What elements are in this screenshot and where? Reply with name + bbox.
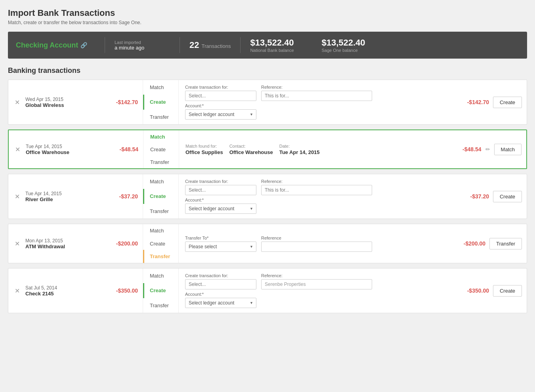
match-content-tx2: Match found for: Office Supplies Contact… — [185, 144, 451, 155]
account-select-tx3[interactable]: Select ledger account — [185, 204, 256, 214]
action-button-tx3[interactable]: Create — [493, 191, 522, 202]
account-field-tx1: Account:* Select ledger account — [185, 103, 256, 120]
action-button-tx4[interactable]: Transfer — [489, 238, 522, 249]
create-transaction-input-tx5[interactable] — [185, 279, 256, 289]
create-transaction-field-tx5: Create transaction for: — [185, 273, 256, 289]
transfer-reference-label-tx4: Reference — [261, 236, 372, 240]
transaction-card-tx4: ✕ Mon Apr 13, 2015 ATM Withdrawal -$200.… — [8, 224, 527, 263]
contact-field-tx2: Contact: Office Warehouse — [229, 144, 273, 155]
tab-match-tx1[interactable]: Match — [143, 80, 178, 95]
contact-value-tx2: Office Warehouse — [229, 149, 273, 155]
reference-field-tx3: Reference: — [261, 179, 372, 195]
tab-match-tx3[interactable]: Match — [143, 174, 178, 189]
match-found-field-tx2: Match found for: Office Supplies — [185, 144, 223, 155]
create-transaction-field-tx1: Create transaction for: — [185, 85, 256, 101]
tx-left-tx1: ✕ Wed Apr 15, 2015 Global Wireless -$142… — [8, 80, 143, 124]
close-icon-tx1[interactable]: ✕ — [13, 97, 21, 108]
tx-tabs-tx3: Match Create Transfer — [143, 174, 179, 219]
tab-create-tx1[interactable]: Create — [143, 95, 178, 109]
tx-content-tx4: Transfer To* Please select Reference — [179, 224, 459, 263]
tx-left-tx3: ✕ Tue Apr 14, 2015 River Grille -$37.20 — [8, 174, 143, 219]
tab-transfer-tx3[interactable]: Transfer — [143, 204, 178, 219]
reference-input-tx5[interactable] — [261, 279, 372, 289]
edit-icon-tx2[interactable]: ✏ — [485, 146, 490, 152]
create-transaction-label-tx3: Create transaction for: — [185, 179, 256, 184]
create-row2-tx5: Account:* Select ledger account — [185, 292, 456, 308]
last-imported-value: a minute ago — [115, 45, 170, 51]
create-transaction-field-tx3: Create transaction for: — [185, 179, 256, 195]
create-row2-tx3: Account:* Select ledger account — [185, 198, 457, 214]
tx-date-tx5: Sat Jul 5, 2014 — [25, 285, 106, 291]
close-icon-tx3[interactable]: ✕ — [13, 191, 21, 202]
account-name[interactable]: Checking Account 🔗 — [16, 41, 95, 49]
tx-date-tx1: Wed Apr 15, 2015 — [25, 97, 106, 102]
tx-left-tx2: ✕ Tue Apr 14, 2015 Office Warehouse -$48… — [9, 130, 143, 168]
tab-match-tx5[interactable]: Match — [143, 268, 178, 283]
account-field-tx3: Account:* Select ledger account — [185, 198, 256, 214]
create-row1-tx3: Create transaction for: Reference: — [185, 179, 457, 195]
tx-info-tx3: Tue Apr 14, 2015 River Grille — [25, 191, 106, 202]
account-label-tx5: Account:* — [185, 292, 256, 297]
tx-right-tx2: -$48.54 ✏ Match — [458, 130, 526, 168]
header-divider-3 — [240, 37, 241, 53]
reference-input-tx3[interactable] — [261, 185, 372, 195]
transactions-count-stat: 22 Transactions — [189, 40, 231, 50]
sage-balance-stat: $13,522.40 Sage One balance — [321, 38, 377, 53]
create-transaction-label-tx5: Create transaction for: — [185, 273, 256, 278]
national-balance-value: $13,522.40 — [250, 38, 306, 48]
action-button-tx1[interactable]: Create — [493, 97, 522, 108]
match-date-field-tx2: Date: Tue Apr 14, 2015 — [279, 144, 320, 155]
transfer-reference-input-tx4[interactable] — [261, 242, 372, 252]
tx-tabs-tx5: Match Create Transfer — [143, 268, 179, 313]
account-select-tx1[interactable]: Select ledger account — [185, 109, 256, 120]
close-icon-tx2[interactable]: ✕ — [13, 144, 22, 155]
tab-transfer-tx2[interactable]: Transfer — [143, 156, 179, 168]
create-transaction-input-tx3[interactable] — [185, 185, 256, 195]
tx-right-amount-tx4: -$200.00 — [464, 240, 485, 247]
tx-tabs-tx1: Match Create Transfer — [143, 80, 179, 124]
tx-right-tx3: -$37.20 Create — [463, 174, 527, 219]
transfer-to-label-tx4: Transfer To* — [185, 236, 256, 240]
tx-date-tx4: Mon Apr 13, 2015 — [25, 238, 106, 244]
action-button-tx5[interactable]: Create — [493, 285, 522, 297]
tab-transfer-tx1[interactable]: Transfer — [143, 110, 178, 124]
tab-match-tx2[interactable]: Match — [143, 130, 179, 143]
tab-create-tx4[interactable]: Create — [143, 237, 178, 250]
transfer-reference-field-tx4: Reference — [261, 236, 372, 252]
tab-match-tx4[interactable]: Match — [143, 224, 178, 237]
tab-transfer-tx4[interactable]: Transfer — [143, 250, 178, 263]
match-date-value-tx2: Tue Apr 14, 2015 — [279, 149, 320, 155]
sage-balance-value: $13,522.40 — [321, 38, 377, 48]
account-select-wrapper-tx5: Select ledger account — [185, 298, 256, 308]
tab-create-tx3[interactable]: Create — [143, 189, 178, 204]
tx-name-tx2: Office Warehouse — [26, 149, 107, 155]
tx-right-tx5: -$350.00 Create — [462, 268, 527, 313]
reference-field-tx1: Reference: — [261, 85, 372, 101]
tab-create-tx2[interactable]: Create — [143, 143, 179, 156]
transfer-select-tx4[interactable]: Please select — [185, 242, 256, 252]
tx-tabs-tx2: Match Create Transfer — [143, 130, 179, 168]
reference-input-tx1[interactable] — [261, 91, 372, 101]
tx-name-tx5: Check 2145 — [25, 291, 106, 297]
account-field-tx5: Account:* Select ledger account — [185, 292, 256, 308]
tab-transfer-tx5[interactable]: Transfer — [143, 298, 178, 313]
account-name-text: Checking Account — [16, 41, 78, 49]
transaction-card-tx5: ✕ Sat Jul 5, 2014 Check 2145 -$350.00 Ma… — [8, 268, 527, 313]
tx-name-tx4: ATM Withdrawal — [25, 244, 106, 249]
account-select-tx5[interactable]: Select ledger account — [185, 298, 256, 308]
tab-create-tx5[interactable]: Create — [143, 283, 178, 298]
tx-amount-tx4: -$200.00 — [110, 240, 138, 247]
transfer-row1-tx4: Transfer To* Please select Reference — [185, 236, 453, 252]
create-transaction-label-tx1: Create transaction for: — [185, 85, 256, 89]
close-icon-tx5[interactable]: ✕ — [13, 285, 21, 296]
create-row2-tx1: Account:* Select ledger account — [185, 103, 456, 120]
create-transaction-input-tx1[interactable] — [185, 91, 256, 101]
close-icon-tx4[interactable]: ✕ — [13, 238, 21, 249]
header-divider-2 — [180, 37, 180, 53]
match-date-label-tx2: Date: — [279, 144, 320, 148]
header-bar: Checking Account 🔗 Last imported a minut… — [8, 32, 527, 59]
tx-right-tx4: -$200.00 Transfer — [459, 224, 527, 263]
action-button-tx2[interactable]: Match — [494, 144, 522, 155]
account-link-icon[interactable]: 🔗 — [80, 42, 87, 48]
header-divider-1 — [105, 37, 105, 53]
